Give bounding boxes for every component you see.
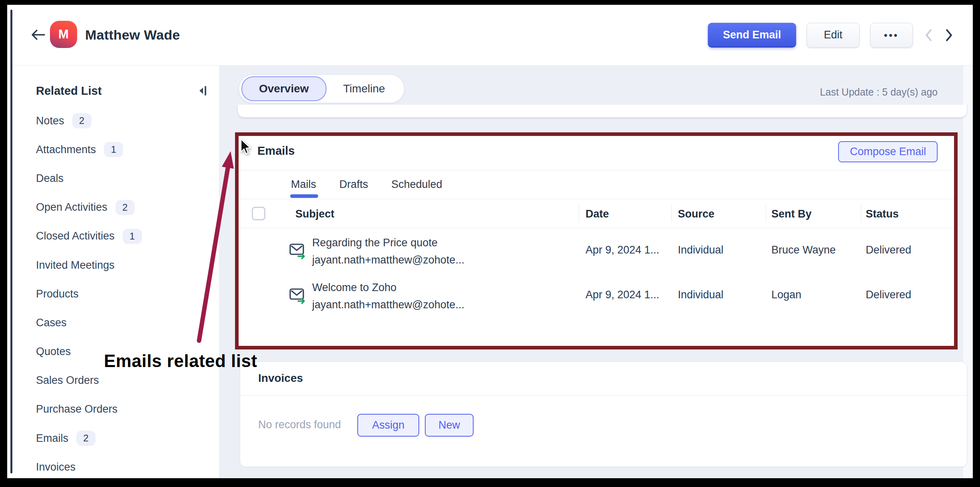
annotation-box: Emails Compose Email Mails Drafts Schedu…	[235, 132, 958, 349]
previous-record-button[interactable]	[923, 27, 934, 43]
email-status: Delivered	[866, 244, 911, 256]
record-detail-area: Overview Timeline Last Update : 5 day(s)…	[219, 66, 973, 478]
tab-overview[interactable]: Overview	[241, 76, 327, 101]
sidebar-item-purchase-orders[interactable]: Purchase Orders	[12, 395, 219, 424]
email-recipient: jayant.nath+matthew@zohote...	[312, 299, 464, 311]
sidebar-item-attachments[interactable]: Attachments 1	[12, 135, 219, 164]
column-header-status: Status	[866, 208, 899, 220]
app-window: M Matthew Wade Send Email Edit ••• Relat…	[7, 5, 973, 478]
sidebar-item-label: Deals	[36, 172, 64, 185]
column-header-sent-by: Sent By	[771, 208, 812, 220]
email-source: Individual	[678, 289, 723, 301]
chevron-right-icon	[945, 28, 954, 42]
screenshot-root: { "header": { "avatar_initial": "M", "ti…	[0, 0, 980, 487]
count-badge: 2	[76, 431, 96, 446]
tab-drafts[interactable]: Drafts	[339, 178, 368, 191]
back-button[interactable]	[30, 28, 46, 42]
sidebar-item-label: Quotes	[36, 345, 71, 358]
sidebar-item-label: Sales Orders	[36, 374, 99, 387]
send-email-button[interactable]: Send Email	[708, 23, 797, 48]
sidebar-item-closed-activities[interactable]: Closed Activities 1	[12, 222, 219, 251]
column-divider	[579, 205, 579, 222]
sidebar-item-label: Closed Activities	[36, 230, 115, 242]
chevron-left-icon	[924, 28, 933, 42]
previous-card-bottom-edge	[237, 105, 967, 118]
email-sent-by: Logan	[771, 289, 801, 301]
sent-mail-icon	[289, 286, 307, 305]
next-record-button[interactable]	[944, 27, 954, 43]
invoices-panel-title: Invoices	[258, 372, 303, 385]
count-badge: 2	[116, 200, 135, 215]
column-header-source: Source	[678, 208, 715, 220]
sidebar-items: Notes 2 Attachments 1 Deals Open Activit…	[12, 106, 219, 478]
sidebar-header: Related List	[36, 81, 209, 101]
tab-mails[interactable]: Mails	[291, 178, 316, 191]
count-badge: 1	[123, 229, 142, 244]
email-date: Apr 9, 2024 1...	[586, 244, 659, 256]
count-badge: 2	[72, 113, 92, 128]
sidebar-item-invoices[interactable]: Invoices	[12, 453, 219, 478]
sidebar-item-label: Attachments	[36, 144, 96, 156]
column-divider	[766, 205, 766, 222]
count-badge: 1	[104, 142, 123, 157]
collapse-sidebar-icon[interactable]	[198, 86, 209, 96]
sidebar-item-products[interactable]: Products	[12, 279, 219, 308]
sidebar-title: Related List	[36, 84, 102, 98]
email-subject[interactable]: Regarding the Price quote	[312, 237, 438, 249]
new-button[interactable]: New	[425, 414, 474, 437]
back-arrow-icon	[30, 28, 46, 42]
assign-button[interactable]: Assign	[357, 414, 419, 437]
sidebar-item-label: Emails	[36, 432, 68, 445]
sidebar-item-label: Invoices	[36, 461, 76, 473]
more-actions-button[interactable]: •••	[870, 23, 913, 48]
emails-panel-title: Emails	[257, 144, 295, 158]
email-table-header: Subject Date Source Sent By Status	[239, 199, 954, 228]
column-divider	[671, 205, 672, 222]
sidebar-item-notes[interactable]: Notes 2	[12, 106, 219, 135]
header-actions: Send Email Edit •••	[708, 5, 954, 65]
tab-scheduled[interactable]: Scheduled	[391, 178, 442, 191]
column-header-date: Date	[586, 208, 609, 220]
active-tab-indicator	[290, 194, 318, 198]
avatar-initial: M	[58, 27, 69, 42]
column-header-subject: Subject	[295, 208, 335, 220]
sidebar-item-label: Cases	[36, 317, 67, 329]
emails-panel: Emails Compose Email Mails Drafts Schedu…	[239, 136, 954, 346]
tab-timeline[interactable]: Timeline	[327, 77, 402, 100]
sidebar-item-deals[interactable]: Deals	[12, 164, 219, 193]
email-recipient: jayant.nath+matthew@zohote...	[312, 254, 464, 266]
sidebar-item-label: Open Activities	[36, 201, 108, 214]
invoices-panel: Invoices No records found Assign New	[240, 361, 967, 467]
related-list-sidebar: Related List Notes 2 Attachments 1 Deals	[12, 66, 219, 478]
email-status: Delivered	[866, 289, 911, 301]
email-row[interactable]: Regarding the Price quote jayant.nath+ma…	[239, 234, 954, 274]
compose-email-button[interactable]: Compose Email	[838, 141, 938, 162]
sidebar-item-label: Invited Meetings	[36, 259, 115, 271]
sidebar-item-label: Notes	[36, 115, 64, 127]
sidebar-item-label: Purchase Orders	[36, 403, 118, 415]
sidebar-item-cases[interactable]: Cases	[12, 308, 219, 337]
email-row[interactable]: Welcome to Zoho jayant.nath+matthew@zoho…	[239, 279, 954, 319]
view-tab-switcher: Overview Timeline	[239, 74, 404, 103]
annotation-label: Emails related list	[104, 351, 257, 371]
email-source: Individual	[678, 244, 723, 256]
select-all-checkbox[interactable]	[252, 207, 265, 220]
divider	[240, 395, 967, 395]
sidebar-item-open-activities[interactable]: Open Activities 2	[12, 193, 219, 222]
empty-state-text: No records found	[258, 419, 341, 431]
sidebar-item-invited-meetings[interactable]: Invited Meetings	[12, 251, 219, 279]
sidebar-item-emails[interactable]: Emails 2	[12, 424, 219, 453]
page-title: Matthew Wade	[85, 27, 180, 43]
mouse-cursor	[240, 138, 252, 156]
sent-mail-icon	[289, 242, 307, 260]
edit-button[interactable]: Edit	[807, 23, 860, 48]
email-date: Apr 9, 2024 1...	[586, 289, 659, 301]
record-header: M Matthew Wade Send Email Edit •••	[12, 5, 973, 66]
avatar[interactable]: M	[50, 21, 77, 48]
email-sent-by: Bruce Wayne	[771, 244, 836, 256]
column-divider	[861, 205, 861, 222]
sidebar-item-label: Products	[36, 288, 79, 300]
last-update-text: Last Update : 5 day(s) ago	[820, 86, 938, 98]
email-subject[interactable]: Welcome to Zoho	[312, 281, 396, 294]
